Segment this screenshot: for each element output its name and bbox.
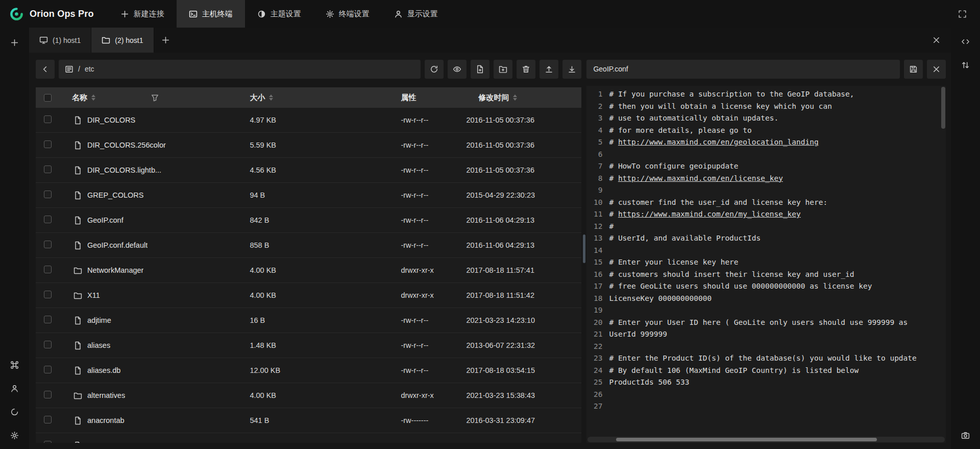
fullscreen-button[interactable] bbox=[953, 5, 971, 22]
table-row[interactable]: aliases.db12.00 KB-rw-r--r--2017-08-18 0… bbox=[36, 358, 581, 383]
add-tab-button[interactable] bbox=[157, 32, 175, 49]
file-attrs: -rw-r--r-- bbox=[399, 216, 465, 224]
upload-button[interactable] bbox=[540, 60, 558, 79]
filter-icon[interactable] bbox=[151, 93, 159, 102]
shortcuts-button[interactable] bbox=[6, 356, 23, 373]
back-button[interactable] bbox=[36, 60, 55, 79]
editor-vscrollbar[interactable] bbox=[941, 87, 945, 435]
nav-item-label: 主题设置 bbox=[271, 9, 301, 19]
row-checkbox[interactable] bbox=[44, 416, 52, 423]
sort-size-icon[interactable] bbox=[269, 94, 273, 101]
row-checkbox[interactable] bbox=[44, 216, 52, 223]
table-row[interactable]: DIR_COLORS.lightb...4.56 KB-rw-r--r--201… bbox=[36, 158, 581, 183]
select-all-checkbox[interactable] bbox=[44, 94, 52, 102]
table-row[interactable]: GeoIP.conf842 B-rw-r--r--2016-11-06 04:2… bbox=[36, 208, 581, 233]
save-button[interactable] bbox=[904, 60, 923, 79]
code-line: LicenseKey 000000000000 bbox=[609, 293, 946, 305]
row-checkbox-cell bbox=[36, 391, 64, 400]
file-name: alternatives bbox=[87, 391, 125, 399]
editor-hscroll-thumb[interactable] bbox=[616, 438, 877, 441]
table-row[interactable] bbox=[36, 433, 581, 443]
line-number: 14 bbox=[586, 245, 602, 257]
new-file-button[interactable] bbox=[471, 60, 489, 79]
line-number: 20 bbox=[586, 317, 602, 329]
table-row[interactable]: GREP_COLORS94 B-rw-r--r--2015-04-29 22:3… bbox=[36, 183, 581, 208]
refresh-button[interactable] bbox=[425, 60, 444, 79]
sort-order-button[interactable] bbox=[957, 56, 974, 74]
tab-1[interactable]: (1) host1 bbox=[29, 28, 91, 53]
row-checkbox[interactable] bbox=[44, 316, 52, 323]
row-checkbox[interactable] bbox=[44, 391, 52, 398]
users-button[interactable] bbox=[6, 380, 23, 397]
row-checkbox-cell bbox=[36, 115, 64, 125]
preview-button[interactable] bbox=[448, 60, 467, 79]
file-list-scrollbar[interactable] bbox=[583, 234, 585, 263]
column-header-name[interactable]: 名称 bbox=[64, 93, 248, 103]
tab-2[interactable]: (2) host1 bbox=[91, 28, 154, 53]
file-attrs: -rw-r--r-- bbox=[399, 341, 465, 349]
user-icon bbox=[394, 10, 403, 18]
row-checkbox[interactable] bbox=[44, 366, 52, 373]
code-link[interactable]: http://www.maxmind.com/en/license_key bbox=[618, 174, 783, 182]
settings-button[interactable] bbox=[6, 427, 23, 444]
file-size: 4.00 KB bbox=[248, 291, 399, 299]
delete-button[interactable] bbox=[517, 60, 535, 79]
close-editor-button[interactable] bbox=[927, 60, 946, 79]
nav-item-1[interactable]: 主机终端 bbox=[177, 0, 245, 28]
table-row[interactable]: aliases1.48 KB-rw-r--r--2013-06-07 22:31… bbox=[36, 333, 581, 358]
row-checkbox[interactable] bbox=[44, 341, 52, 348]
nav-item-2[interactable]: 主题设置 bbox=[245, 0, 313, 28]
breadcrumb[interactable]: / etc bbox=[59, 60, 421, 79]
app-logo-icon bbox=[9, 7, 24, 21]
theme-button[interactable] bbox=[6, 403, 23, 420]
row-checkbox[interactable] bbox=[44, 241, 52, 248]
file-name: DIR_COLORS.256color bbox=[87, 141, 166, 149]
column-header-mtime[interactable]: 修改时间 bbox=[465, 93, 581, 103]
editor-panel: GeoIP.conf 12345678910111213141516171819… bbox=[586, 59, 946, 443]
row-checkbox[interactable] bbox=[44, 166, 52, 173]
breadcrumb-path[interactable]: etc bbox=[85, 65, 94, 73]
table-row[interactable]: X114.00 KBdrwxr-xr-x2017-08-18 11:51:42 bbox=[36, 283, 581, 308]
nav-item-3[interactable]: 终端设置 bbox=[313, 0, 382, 28]
file-toolbar bbox=[425, 60, 581, 79]
row-checkbox[interactable] bbox=[44, 115, 52, 123]
table-row[interactable]: NetworkManager4.00 KBdrwxr-xr-x2017-08-1… bbox=[36, 258, 581, 283]
nav-item-0[interactable]: 新建连接 bbox=[108, 0, 177, 28]
screenshot-button[interactable] bbox=[957, 427, 974, 444]
code-editor[interactable]: 1234567891011121314151617181920212223242… bbox=[586, 86, 946, 443]
table-row[interactable]: adjtime16 B-rw-r--r--2021-03-23 14:23:10 bbox=[36, 308, 581, 333]
close-all-tabs-button[interactable] bbox=[927, 32, 945, 49]
code-view-button[interactable] bbox=[957, 33, 974, 50]
code-link[interactable]: http://www.maxmind.com/en/geolocation_la… bbox=[618, 138, 819, 146]
row-checkbox[interactable] bbox=[44, 266, 52, 273]
download-button[interactable] bbox=[562, 60, 581, 79]
row-checkbox-cell bbox=[36, 341, 64, 350]
file-mtime: 2013-06-07 22:31:32 bbox=[465, 341, 581, 349]
code-link[interactable]: https://www.maxmind.com/en/my_license_ke… bbox=[618, 210, 801, 218]
table-row[interactable]: GeoIP.conf.default858 B-rw-r--r--2016-11… bbox=[36, 233, 581, 258]
row-checkbox[interactable] bbox=[44, 441, 52, 443]
editor-code[interactable]: # If you purchase a subscription to the … bbox=[609, 86, 946, 443]
file-name: GeoIP.conf.default bbox=[87, 241, 148, 249]
editor-vscroll-thumb[interactable] bbox=[941, 87, 945, 129]
table-row[interactable]: anacrontab541 B-rw-------2016-03-31 23:0… bbox=[36, 408, 581, 433]
row-checkbox[interactable] bbox=[44, 140, 52, 148]
row-checkbox[interactable] bbox=[44, 291, 52, 298]
new-connection-button[interactable] bbox=[6, 34, 23, 51]
file-attrs: drwxr-xr-x bbox=[399, 391, 465, 399]
column-header-size[interactable]: 大小 bbox=[248, 93, 399, 103]
row-checkbox[interactable] bbox=[44, 191, 52, 198]
editor-hscrollbar[interactable] bbox=[587, 437, 945, 442]
table-row[interactable]: DIR_COLORS4.97 KB-rw-r--r--2016-11-05 00… bbox=[36, 108, 581, 133]
nav-item-4[interactable]: 显示设置 bbox=[382, 0, 450, 28]
code-line bbox=[609, 149, 946, 161]
table-row[interactable]: alternatives4.00 KBdrwxr-xr-x2021-03-23 … bbox=[36, 383, 581, 408]
table-row[interactable]: DIR_COLORS.256color5.59 KB-rw-r--r--2016… bbox=[36, 133, 581, 158]
line-number: 27 bbox=[586, 400, 602, 413]
file-attrs: -rw-r--r-- bbox=[399, 166, 465, 174]
new-folder-button[interactable] bbox=[494, 60, 512, 79]
sort-name-icon[interactable] bbox=[91, 94, 95, 101]
file-table: 名称 大小 属性 修改 bbox=[36, 87, 581, 443]
sort-mtime-icon[interactable] bbox=[513, 94, 517, 101]
file-mtime: 2016-11-06 04:29:13 bbox=[465, 216, 581, 224]
